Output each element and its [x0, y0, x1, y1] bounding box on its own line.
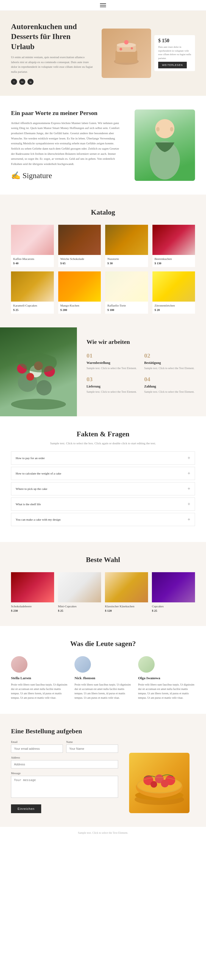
catalog-item[interactable]: Kaffee-Macarons $ 40: [11, 225, 54, 267]
tart-svg: [129, 753, 190, 813]
best-item[interactable]: Schokoladebeere $ 230: [11, 572, 54, 612]
faq-item[interactable]: Where to pick up the cake +: [11, 482, 195, 495]
how-grid: 01 Warenbestellung Sample text. Click to…: [86, 352, 196, 394]
weiterlesen-button[interactable]: WEITERLESEN: [158, 62, 187, 68]
how-step-number: 03: [86, 376, 139, 383]
catalog-item-info: Beerenkuchen $ 130: [152, 255, 195, 267]
message-label: Message: [11, 772, 118, 775]
hero-text: Autorenkuchen und Desserts für Ihren Url…: [11, 22, 93, 85]
svg-point-14: [36, 380, 52, 395]
faq-item[interactable]: You can make a cake with my design +: [11, 513, 195, 526]
how-step-title: Bestätigung: [144, 361, 196, 365]
hero-section: Autorenkuchen und Desserts für Ihren Url…: [0, 11, 206, 96]
catalog-item-info: Weiche Schokolade $ 65: [58, 255, 101, 267]
facebook-icon[interactable]: f: [11, 79, 17, 85]
email-input[interactable]: [11, 745, 63, 753]
hamburger-line: [100, 6, 106, 7]
testimonial-item: Stella Larsen Proin velit libero sunt fa…: [11, 656, 68, 700]
testimonials-grid: Stella Larsen Proin velit libero sunt fa…: [11, 656, 195, 700]
order-title: Eine Bestellung aufgeben: [11, 727, 118, 735]
how-step-title: Zahlung: [144, 385, 196, 388]
faq-title: Fakten & Fragen: [11, 430, 195, 438]
catalog-item-price: $ 200: [61, 308, 99, 312]
best-item-price: $ 25: [58, 609, 101, 612]
catalog-item-image: [11, 271, 54, 302]
faq-item[interactable]: How to pay for an order +: [11, 452, 195, 465]
footer-text: Sample text. Click to select the Text El…: [78, 831, 128, 834]
faq-item[interactable]: What is the shelf life +: [11, 498, 195, 511]
how-step-description: Sample text. Click to select the Text El…: [86, 366, 139, 370]
how-image: [0, 328, 77, 416]
catalog-item-name: Raffaello-Torte: [107, 304, 146, 307]
catalog-item-info: Raffaello-Torte $ 180: [105, 302, 148, 314]
best-item[interactable]: Mini-Cupcakes $ 25: [58, 572, 101, 612]
how-step-item: 01 Warenbestellung Sample text. Click to…: [86, 352, 139, 370]
faq-list: How to pay for an order + How to calcula…: [11, 452, 195, 526]
faq-question: Where to pick up the cake: [16, 487, 47, 490]
svg-point-12: [11, 399, 66, 410]
testimonial-item: Olga Iwanowa Proin velit libero sunt fau…: [138, 656, 195, 700]
catalog-item-info: Zitronentörtchen $ 20: [152, 302, 195, 314]
name-field-wrapper: Name: [66, 740, 118, 753]
testimonials-title: Was die Leute sagen?: [11, 640, 195, 648]
catalog-item-name: Zitronentörtchen: [155, 304, 193, 307]
twitter-icon[interactable]: tw: [19, 79, 25, 85]
catalog-item[interactable]: Beerenkuchen $ 130: [152, 225, 195, 267]
catalog-item-info: Karamell-Cupcakes $ 25: [11, 302, 54, 314]
svg-point-10: [156, 127, 160, 132]
catalog-item[interactable]: Raffaello-Torte $ 180: [105, 271, 148, 314]
order-tart-photo: [129, 753, 190, 813]
email-field-wrapper: Email: [11, 740, 63, 753]
how-step-number: 02: [144, 352, 196, 359]
name-label: Name: [66, 740, 118, 743]
testimonial-name: Nick Jhonson: [74, 676, 131, 680]
catalog-item-image: [152, 225, 195, 255]
address-input[interactable]: [11, 760, 118, 768]
catalog-item[interactable]: Karamell-Cupcakes $ 25: [11, 271, 54, 314]
hamburger-menu[interactable]: [100, 3, 106, 7]
name-input[interactable]: [66, 745, 118, 753]
testimonial-item: Nick Jhonson Proin velit libero sunt fau…: [74, 656, 131, 700]
catalog-item-name: Nusstorte: [107, 257, 146, 261]
best-item-name: Klassischer Käsekuchen: [105, 605, 148, 608]
faq-question: How to pay for an order: [16, 457, 45, 460]
best-section: Beste Wahl Schokoladebeere $ 230 Mini-Cu…: [0, 542, 206, 626]
best-grid: Schokoladebeere $ 230 Mini-Cupcakes $ 25…: [11, 572, 195, 612]
message-textarea[interactable]: [11, 776, 118, 798]
order-form-side: Eine Bestellung aufgeben Email Name Addr…: [11, 727, 118, 813]
best-item[interactable]: Klassischer Käsekuchen $ 120: [105, 572, 148, 612]
svg-point-27: [161, 780, 169, 788]
testimonials-section: Was die Leute sagen? Stella Larsen Proin…: [0, 626, 206, 714]
cake-svg: [113, 37, 140, 70]
svg-point-19: [26, 373, 34, 381]
message-field-wrapper: Message: [11, 772, 118, 799]
catalog-item[interactable]: Mango-Kuchen $ 200: [58, 271, 101, 314]
faq-expand-icon: +: [188, 486, 190, 491]
catalog-item[interactable]: Zitronentörtchen $ 20: [152, 271, 195, 314]
best-item[interactable]: Cupcakes $ 25: [152, 572, 195, 612]
order-cake-image: [129, 727, 195, 813]
email-label: Email: [11, 740, 63, 743]
person-svg: [134, 110, 195, 181]
testimonial-text: Proin velit libero sunt faucibus turpis.…: [74, 682, 131, 700]
catalog-item-name: Weiche Schokolade: [61, 257, 99, 261]
how-step-title: Lieferung: [86, 385, 139, 388]
best-item-image: [58, 572, 101, 602]
catalog-item[interactable]: Nusstorte $ 30: [105, 225, 148, 267]
svg-point-5: [120, 48, 122, 51]
person-photo: [134, 110, 195, 181]
faq-item[interactable]: How to calculate the weight of a cake +: [11, 467, 195, 480]
catalog-item[interactable]: Weiche Schokolade $ 65: [58, 225, 101, 267]
testimonial-text: Proin velit libero sunt faucibus turpis.…: [11, 682, 68, 700]
how-content: Wie wir arbeiten 01 Warenbestellung Samp…: [77, 328, 206, 416]
catalog-item-price: $ 130: [155, 261, 193, 265]
submit-button[interactable]: Einreichen: [11, 804, 41, 813]
catalog-item-image: [152, 271, 195, 302]
catalog-item-name: Karamell-Cupcakes: [13, 304, 52, 307]
catalog-item-name: Beerenkuchen: [155, 257, 193, 261]
catalog-item-price: $ 40: [13, 261, 52, 265]
catalog-item-image: [105, 271, 148, 302]
catalog-item-info: Nusstorte $ 30: [105, 255, 148, 267]
testimonial-text: Proin velit libero sunt faucibus turpis.…: [138, 682, 195, 700]
instagram-icon[interactable]: ig: [27, 79, 34, 85]
